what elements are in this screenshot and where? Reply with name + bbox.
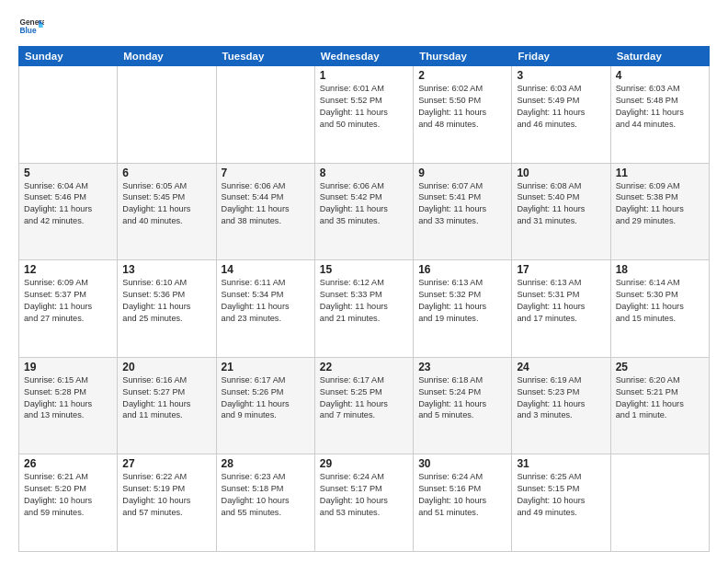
day-number: 26: [24, 457, 112, 470]
day-info: Sunrise: 6:24 AM Sunset: 5:16 PM Dayligh…: [418, 471, 506, 519]
calendar-cell: 1Sunrise: 6:01 AM Sunset: 5:52 PM Daylig…: [314, 66, 413, 164]
day-number: 19: [24, 361, 112, 373]
day-number: 3: [517, 69, 605, 82]
weekday-header-monday: Monday: [118, 47, 216, 66]
calendar-cell: 14Sunrise: 6:11 AM Sunset: 5:34 PM Dayli…: [216, 260, 314, 358]
day-number: 23: [418, 361, 506, 373]
day-info: Sunrise: 6:22 AM Sunset: 5:19 PM Dayligh…: [122, 471, 210, 519]
svg-marker-3: [39, 24, 42, 28]
day-info: Sunrise: 6:01 AM Sunset: 5:52 PM Dayligh…: [320, 83, 408, 131]
day-number: 9: [418, 167, 506, 179]
calendar-cell: 5Sunrise: 6:04 AM Sunset: 5:46 PM Daylig…: [19, 163, 118, 260]
day-number: 11: [616, 167, 704, 179]
day-number: 31: [517, 457, 605, 470]
day-info: Sunrise: 6:03 AM Sunset: 5:49 PM Dayligh…: [517, 83, 605, 131]
day-number: 10: [517, 167, 605, 179]
week-row-3: 19Sunrise: 6:15 AM Sunset: 5:28 PM Dayli…: [19, 357, 710, 454]
svg-text:Blue: Blue: [19, 26, 36, 35]
day-info: Sunrise: 6:07 AM Sunset: 5:41 PM Dayligh…: [418, 180, 506, 228]
day-number: 20: [122, 361, 210, 373]
day-info: Sunrise: 6:24 AM Sunset: 5:17 PM Dayligh…: [320, 471, 408, 519]
calendar-cell: 28Sunrise: 6:23 AM Sunset: 5:18 PM Dayli…: [216, 454, 314, 552]
calendar-cell: 26Sunrise: 6:21 AM Sunset: 5:20 PM Dayli…: [19, 454, 118, 552]
day-number: 25: [616, 361, 704, 373]
calendar-cell: 17Sunrise: 6:13 AM Sunset: 5:31 PM Dayli…: [512, 260, 610, 358]
calendar-cell: 19Sunrise: 6:15 AM Sunset: 5:28 PM Dayli…: [19, 357, 118, 454]
week-row-4: 26Sunrise: 6:21 AM Sunset: 5:20 PM Dayli…: [19, 454, 710, 552]
day-info: Sunrise: 6:06 AM Sunset: 5:42 PM Dayligh…: [320, 180, 408, 228]
calendar-cell: 25Sunrise: 6:20 AM Sunset: 5:21 PM Dayli…: [610, 357, 709, 454]
day-info: Sunrise: 6:10 AM Sunset: 5:36 PM Dayligh…: [122, 277, 210, 325]
logo-icon: General Blue: [18, 15, 44, 40]
day-number: 17: [517, 263, 605, 276]
calendar-table: SundayMondayTuesdayWednesdayThursdayFrid…: [18, 46, 710, 552]
day-info: Sunrise: 6:08 AM Sunset: 5:40 PM Dayligh…: [517, 180, 605, 228]
day-number: 5: [24, 167, 112, 179]
week-row-0: 1Sunrise: 6:01 AM Sunset: 5:52 PM Daylig…: [19, 66, 710, 164]
logo: General Blue: [18, 15, 44, 40]
calendar-cell: 8Sunrise: 6:06 AM Sunset: 5:42 PM Daylig…: [314, 163, 413, 260]
weekday-header-sunday: Sunday: [19, 47, 118, 66]
calendar-cell: 20Sunrise: 6:16 AM Sunset: 5:27 PM Dayli…: [118, 357, 216, 454]
calendar-cell: 30Sunrise: 6:24 AM Sunset: 5:16 PM Dayli…: [414, 454, 512, 552]
day-info: Sunrise: 6:25 AM Sunset: 5:15 PM Dayligh…: [517, 471, 605, 519]
day-info: Sunrise: 6:02 AM Sunset: 5:50 PM Dayligh…: [418, 83, 506, 131]
calendar-cell: [216, 66, 314, 164]
day-number: 24: [517, 361, 605, 373]
day-number: 22: [320, 361, 408, 373]
day-info: Sunrise: 6:13 AM Sunset: 5:31 PM Dayligh…: [517, 277, 605, 325]
day-info: Sunrise: 6:18 AM Sunset: 5:24 PM Dayligh…: [418, 374, 506, 422]
day-info: Sunrise: 6:14 AM Sunset: 5:30 PM Dayligh…: [616, 277, 704, 325]
day-number: 28: [222, 457, 310, 470]
day-info: Sunrise: 6:03 AM Sunset: 5:48 PM Dayligh…: [616, 83, 704, 131]
calendar-cell: 21Sunrise: 6:17 AM Sunset: 5:26 PM Dayli…: [216, 357, 314, 454]
day-info: Sunrise: 6:13 AM Sunset: 5:32 PM Dayligh…: [418, 277, 506, 325]
calendar-cell: 7Sunrise: 6:06 AM Sunset: 5:44 PM Daylig…: [216, 163, 314, 260]
calendar-cell: 24Sunrise: 6:19 AM Sunset: 5:23 PM Dayli…: [512, 357, 610, 454]
calendar-cell: 6Sunrise: 6:05 AM Sunset: 5:45 PM Daylig…: [118, 163, 216, 260]
day-info: Sunrise: 6:20 AM Sunset: 5:21 PM Dayligh…: [616, 374, 704, 422]
day-number: 14: [222, 263, 310, 276]
day-number: 30: [418, 457, 506, 470]
calendar-cell: [19, 66, 118, 164]
day-info: Sunrise: 6:12 AM Sunset: 5:33 PM Dayligh…: [320, 277, 408, 325]
calendar-cell: 10Sunrise: 6:08 AM Sunset: 5:40 PM Dayli…: [512, 163, 610, 260]
day-info: Sunrise: 6:21 AM Sunset: 5:20 PM Dayligh…: [24, 471, 112, 519]
weekday-header-wednesday: Wednesday: [314, 47, 413, 66]
weekday-header-row: SundayMondayTuesdayWednesdayThursdayFrid…: [19, 47, 710, 66]
day-info: Sunrise: 6:16 AM Sunset: 5:27 PM Dayligh…: [122, 374, 210, 422]
calendar-cell: 11Sunrise: 6:09 AM Sunset: 5:38 PM Dayli…: [610, 163, 709, 260]
calendar-cell: 15Sunrise: 6:12 AM Sunset: 5:33 PM Dayli…: [314, 260, 413, 358]
week-row-2: 12Sunrise: 6:09 AM Sunset: 5:37 PM Dayli…: [19, 260, 710, 358]
calendar-cell: 3Sunrise: 6:03 AM Sunset: 5:49 PM Daylig…: [512, 66, 610, 164]
day-number: 13: [122, 263, 210, 276]
calendar-cell: 22Sunrise: 6:17 AM Sunset: 5:25 PM Dayli…: [314, 357, 413, 454]
weekday-header-thursday: Thursday: [414, 47, 512, 66]
day-number: 29: [320, 457, 408, 470]
calendar-cell: [118, 66, 216, 164]
day-info: Sunrise: 6:06 AM Sunset: 5:44 PM Dayligh…: [222, 180, 310, 228]
day-info: Sunrise: 6:15 AM Sunset: 5:28 PM Dayligh…: [24, 374, 112, 422]
day-info: Sunrise: 6:17 AM Sunset: 5:26 PM Dayligh…: [222, 374, 310, 422]
day-number: 1: [320, 69, 408, 82]
day-number: 15: [320, 263, 408, 276]
page: General Blue SundayMondayTuesdayWednesda…: [0, 0, 728, 563]
day-info: Sunrise: 6:17 AM Sunset: 5:25 PM Dayligh…: [320, 374, 408, 422]
weekday-header-friday: Friday: [512, 47, 610, 66]
calendar-cell: 2Sunrise: 6:02 AM Sunset: 5:50 PM Daylig…: [414, 66, 512, 164]
day-number: 21: [222, 361, 310, 373]
day-number: 8: [320, 167, 408, 179]
day-info: Sunrise: 6:05 AM Sunset: 5:45 PM Dayligh…: [122, 180, 210, 228]
calendar-cell: 29Sunrise: 6:24 AM Sunset: 5:17 PM Dayli…: [314, 454, 413, 552]
calendar-cell: 16Sunrise: 6:13 AM Sunset: 5:32 PM Dayli…: [414, 260, 512, 358]
day-info: Sunrise: 6:09 AM Sunset: 5:38 PM Dayligh…: [616, 180, 704, 228]
weekday-header-saturday: Saturday: [610, 47, 709, 66]
day-number: 7: [222, 167, 310, 179]
day-number: 12: [24, 263, 112, 276]
day-info: Sunrise: 6:11 AM Sunset: 5:34 PM Dayligh…: [222, 277, 310, 325]
calendar-cell: 31Sunrise: 6:25 AM Sunset: 5:15 PM Dayli…: [512, 454, 610, 552]
calendar-cell: 18Sunrise: 6:14 AM Sunset: 5:30 PM Dayli…: [610, 260, 709, 358]
day-number: 27: [122, 457, 210, 470]
day-info: Sunrise: 6:04 AM Sunset: 5:46 PM Dayligh…: [24, 180, 112, 228]
day-info: Sunrise: 6:23 AM Sunset: 5:18 PM Dayligh…: [222, 471, 310, 519]
